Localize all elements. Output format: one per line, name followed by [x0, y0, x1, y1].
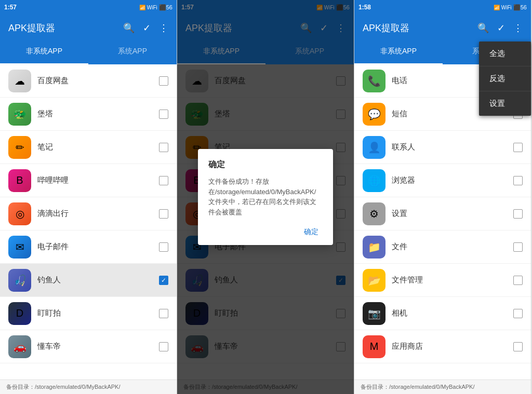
dropdown-menu: 全选反选设置	[479, 42, 531, 116]
app-bar: APK提取器 🔍 ✓ ⋮	[0, 15, 177, 42]
dialog-confirm-button[interactable]: 确定	[300, 225, 323, 239]
app-item[interactable]: B哔哩哔哩	[0, 164, 177, 197]
phone-panel-3: 1:58 📶 WiFi ⬛56 APK提取器 🔍 ✓ ⋮ 非系统APP系统APP…	[354, 0, 531, 394]
app-item[interactable]: M应用商店	[354, 330, 531, 363]
signal-icon: 📶	[139, 5, 145, 10]
app-item[interactable]: ⚙设置	[354, 197, 531, 230]
status-time: 1:58	[358, 4, 371, 11]
app-name: 笔记	[37, 142, 153, 152]
dropdown-item-2[interactable]: 设置	[479, 91, 531, 116]
app-checkbox[interactable]	[159, 242, 168, 252]
app-title: APK提取器	[363, 22, 477, 34]
status-icons: 📶 WiFi ⬛56	[494, 4, 527, 11]
check-icon[interactable]: ✓	[143, 22, 151, 34]
status-bar: 1:57 📶 WiFi ⬛56	[0, 0, 177, 15]
app-name: 钓鱼人	[37, 275, 153, 285]
app-name: 电子邮件	[37, 242, 153, 252]
app-checkbox[interactable]	[513, 209, 523, 219]
app-name: 懂车帝	[37, 342, 153, 351]
app-name: 滴滴出行	[37, 209, 153, 219]
app-icon: ⚙	[363, 202, 385, 225]
app-list: ☁百度网盘🐲堡塔✏笔记B哔哩哔哩◎滴滴出行✉电子邮件🎣钓鱼人✓D盯盯拍🚗懂车帝	[0, 64, 177, 379]
tab-0[interactable]: 非系统APP	[0, 42, 88, 64]
app-checkbox[interactable]	[159, 76, 168, 86]
app-checkbox[interactable]	[513, 176, 523, 185]
toolbar-icons: 🔍 ✓ ⋮	[477, 22, 523, 34]
app-name: 文件	[392, 242, 507, 252]
app-item[interactable]: ☁百度网盘	[0, 64, 177, 98]
confirm-dialog: 确定 文件备份成功！存放在/storage/emulated/0/MyBackA…	[198, 149, 333, 245]
app-name: 应用商店	[392, 342, 507, 351]
app-icon: ☁	[8, 70, 31, 92]
search-icon[interactable]: 🔍	[477, 22, 489, 34]
app-checkbox[interactable]	[159, 110, 168, 119]
app-icon: 🎣	[8, 269, 31, 292]
phone-panel-1: 1:57 📶 WiFi ⬛56 APK提取器 🔍 ✓ ⋮ 非系统APP系统APP…	[0, 0, 177, 394]
status-time: 1:57	[4, 4, 17, 11]
app-item[interactable]: ◎滴滴出行	[0, 197, 177, 230]
more-icon[interactable]: ⋮	[513, 22, 523, 34]
app-item[interactable]: 📷相机	[354, 297, 531, 330]
tabs: 非系统APP系统APP	[0, 42, 177, 64]
app-checkbox[interactable]	[159, 143, 168, 152]
search-icon[interactable]: 🔍	[123, 22, 135, 34]
app-item[interactable]: ✉电子邮件	[0, 230, 177, 264]
app-item[interactable]: 🐲堡塔	[0, 98, 177, 131]
check-icon[interactable]: ✓	[497, 22, 505, 34]
dialog-content: 文件备份成功！存放在/storage/emulated/0/MyBackAPK/…	[208, 176, 323, 217]
app-icon: 📂	[363, 269, 385, 292]
tab-0[interactable]: 非系统APP	[354, 42, 443, 64]
app-item[interactable]: 📁文件	[354, 230, 531, 264]
dropdown-item-0[interactable]: 全选	[479, 42, 531, 66]
status-bar: 1:58 📶 WiFi ⬛56	[354, 0, 531, 15]
app-checkbox[interactable]	[513, 143, 523, 152]
footer: 备份目录：/storage/emulated/0/MyBackAPK/	[354, 379, 531, 394]
dialog-overlay: 确定 文件备份成功！存放在/storage/emulated/0/MyBackA…	[177, 0, 354, 394]
more-icon[interactable]: ⋮	[159, 22, 168, 34]
app-icon: 🐲	[8, 103, 31, 126]
app-name: 文件管理	[392, 275, 507, 285]
app-checkbox[interactable]	[513, 309, 523, 318]
status-icons: 📶 WiFi ⬛56	[139, 4, 172, 11]
app-icon: 🚗	[8, 335, 31, 358]
app-item[interactable]: 👤联系人	[354, 131, 531, 164]
signal-icon: 📶	[494, 5, 500, 10]
battery-icon: ⬛56	[159, 4, 172, 11]
dropdown-item-1[interactable]: 反选	[479, 66, 531, 91]
app-item[interactable]: 🚗懂车帝	[0, 330, 177, 363]
app-checkbox[interactable]	[513, 276, 523, 285]
app-checkbox[interactable]	[159, 309, 168, 318]
app-item[interactable]: D盯盯拍	[0, 297, 177, 330]
app-checkbox[interactable]	[159, 176, 168, 185]
app-icon: 📁	[363, 236, 385, 259]
toolbar-icons: 🔍 ✓ ⋮	[123, 22, 168, 34]
app-name: 堡塔	[37, 109, 153, 119]
app-bar: APK提取器 🔍 ✓ ⋮	[354, 15, 531, 42]
app-name: 浏览器	[392, 175, 507, 185]
app-checkbox[interactable]	[159, 342, 168, 351]
app-title: APK提取器	[8, 22, 123, 34]
footer: 备份目录：/storage/emulated/0/MyBackAPK/	[0, 379, 177, 394]
app-icon: 📞	[363, 70, 385, 92]
app-icon: 👤	[363, 136, 385, 159]
app-checkbox[interactable]	[159, 209, 168, 219]
app-icon: ◎	[8, 202, 31, 225]
app-checkbox[interactable]: ✓	[159, 276, 168, 285]
app-name: 联系人	[392, 142, 507, 152]
battery-icon: ⬛56	[513, 4, 527, 11]
app-icon: B	[8, 169, 31, 192]
app-icon: M	[363, 335, 385, 358]
app-name: 盯盯拍	[37, 308, 153, 318]
app-item[interactable]: 🌐浏览器	[354, 164, 531, 197]
app-item[interactable]: 🎣钓鱼人✓	[0, 264, 177, 297]
app-name: 相机	[392, 308, 507, 318]
app-item[interactable]: ✏笔记	[0, 131, 177, 164]
app-icon: 📷	[363, 302, 385, 325]
phone-panel-2: 1:57 📶 WiFi ⬛56 APK提取器 🔍 ✓ ⋮ 非系统APP系统APP…	[177, 0, 354, 394]
app-checkbox[interactable]	[513, 242, 523, 252]
app-item[interactable]: 📂文件管理	[354, 264, 531, 297]
tab-1[interactable]: 系统APP	[88, 42, 177, 64]
dialog-title: 确定	[208, 159, 323, 170]
app-checkbox[interactable]	[513, 342, 523, 351]
app-name: 设置	[392, 209, 507, 219]
